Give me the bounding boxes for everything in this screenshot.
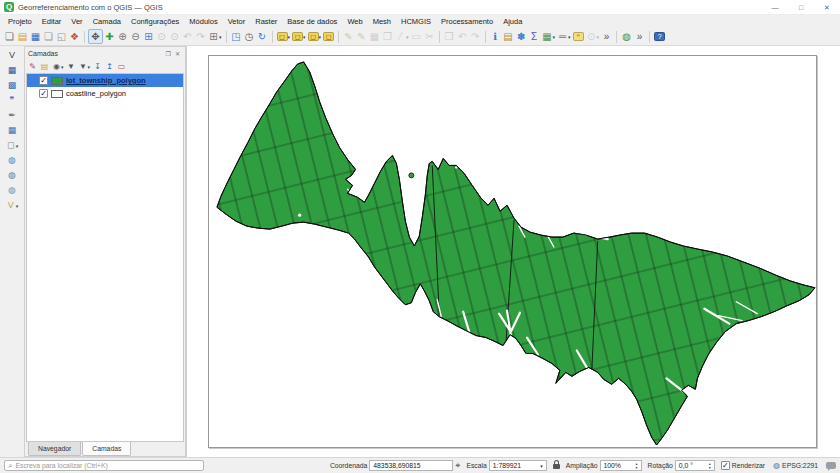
zoom-next-icon[interactable]: ↷ ▾: [194, 29, 207, 44]
layer-visibility-checkbox[interactable]: ✓: [39, 89, 48, 98]
map-themes-icon[interactable]: ◉ ▾: [51, 61, 65, 73]
rotation-spinbox[interactable]: 0,0 ° ▴▾: [675, 460, 715, 471]
extents-toggle-icon[interactable]: ⌖: [455, 460, 460, 471]
redo-icon[interactable]: ↷ ▾: [469, 29, 482, 44]
current-edits-icon[interactable]: ✎ ▾: [342, 29, 355, 44]
temporal-controller-icon[interactable]: ◷ ▾: [243, 29, 256, 44]
menu-base-de-dados[interactable]: Base de dados: [282, 17, 342, 26]
menu-ver[interactable]: Ver: [66, 17, 87, 26]
map-canvas[interactable]: [186, 46, 840, 457]
plugins-overflow-icon[interactable]: » ▾: [633, 29, 646, 44]
select-by-form-icon[interactable]: ◻ ▾: [322, 29, 335, 44]
coordinate-input[interactable]: 483538,690815: [369, 460, 453, 471]
render-checkbox[interactable]: ✓: [721, 461, 730, 470]
lock-scale-icon[interactable]: [553, 464, 560, 469]
add-raster-layer-icon[interactable]: ▦ ▾: [6, 64, 18, 77]
add-wfs-layer-icon[interactable]: ◍ ▾: [6, 169, 18, 182]
menu-camada[interactable]: Camada: [88, 17, 126, 26]
delete-selected-icon[interactable]: ▭ ▾: [410, 29, 423, 44]
menu-configuracoes[interactable]: Configurações: [126, 17, 184, 26]
zoom-last-icon[interactable]: ↶ ▾: [181, 29, 194, 44]
vertex-tool-icon[interactable]: ⁄ ▾: [394, 29, 410, 44]
measure-icon[interactable]: ═ ▾: [556, 29, 572, 44]
remove-layer-icon[interactable]: ▭ ▾: [116, 61, 127, 73]
maximize-button[interactable]: □: [788, 0, 814, 14]
attributes-dropdown-icon[interactable]: ▦ ▾: [541, 29, 557, 44]
add-layer-menu-icon[interactable]: ◻ ▾: [5, 139, 20, 152]
toolbar-overflow-icon[interactable]: » ▾: [600, 29, 613, 44]
new-3d-map-view-icon[interactable]: ◳ ▾: [230, 29, 243, 44]
cut-features-icon[interactable]: ✂ ▾: [423, 29, 436, 44]
zoom-to-layer-icon[interactable]: ⊙ ▾: [168, 29, 181, 44]
minimize-button[interactable]: —: [762, 0, 788, 14]
layout-manager-icon[interactable]: ◱ ▾: [55, 29, 68, 44]
rotation-spin-arrows[interactable]: ▴▾: [709, 462, 711, 469]
style-manager-icon[interactable]: ❖ ▾: [68, 29, 81, 44]
expand-all-icon[interactable]: ↧ ▾: [92, 61, 103, 73]
zoom-in-icon[interactable]: ⊕ ▾: [116, 29, 129, 44]
save-project-icon[interactable]: ▦ ▾: [29, 29, 42, 44]
menu-web[interactable]: Web: [342, 17, 367, 26]
zoom-out-icon[interactable]: ⊖ ▾: [129, 29, 142, 44]
menu-mesh[interactable]: Mesh: [368, 17, 396, 26]
add-wcs-layer-icon[interactable]: ◍ ▾: [6, 184, 18, 197]
deselect-all-icon[interactable]: ◻ ▾: [307, 29, 323, 44]
menu-modulos[interactable]: Módulos: [184, 17, 222, 26]
bookmarks-icon[interactable]: ⊙ ▾: [585, 29, 601, 44]
add-delimited-text-layer-icon[interactable]: ❞ ▾: [6, 94, 18, 107]
add-mesh-layer-icon[interactable]: ▩ ▾: [6, 79, 18, 92]
filter-legend-icon[interactable]: ▼ ▾: [66, 61, 77, 73]
select-features-icon[interactable]: ◻ ▾: [276, 29, 292, 44]
pan-map-icon[interactable]: ✥ ▾: [88, 29, 103, 44]
open-project-icon[interactable]: ▤ ▾: [16, 29, 29, 44]
zoom-to-selection-icon[interactable]: ⊙ ▾: [155, 29, 168, 44]
statistics-icon[interactable]: Σ ▾: [528, 29, 541, 44]
add-group-icon[interactable]: ▤ ▾: [39, 61, 50, 73]
zoom-full-icon[interactable]: ⊞ ▾: [142, 29, 155, 44]
attribute-table-icon[interactable]: ▤ ▾: [502, 29, 515, 44]
map-frame[interactable]: [208, 55, 817, 448]
quickmapservices-icon[interactable]: ◍ ▾: [620, 29, 633, 44]
magnifier-spinbox[interactable]: 100% ▴▾: [600, 460, 642, 471]
menu-processamento[interactable]: Processamento: [436, 17, 498, 26]
collapse-all-icon[interactable]: ↥ ▾: [104, 61, 115, 73]
menu-hcmgis[interactable]: HCMGIS: [396, 17, 436, 26]
close-button[interactable]: ✕: [814, 0, 840, 14]
menu-projeto[interactable]: Projeto: [3, 17, 37, 26]
layer-item-lot-township-polygon[interactable]: ✓ lot_township_polygon: [27, 74, 183, 87]
new-print-layout-icon[interactable]: ❏ ▾: [42, 29, 55, 44]
scale-combobox[interactable]: 1:789921 ▾: [489, 460, 547, 471]
layer-item-coastline-polygon[interactable]: ✓ coastline_polygon: [27, 87, 183, 100]
add-wms-layer-icon[interactable]: ◍ ▾: [6, 154, 18, 167]
menu-editar[interactable]: Editar: [37, 17, 67, 26]
paste-features-icon[interactable]: ❐ ▾: [443, 29, 456, 44]
crs-status[interactable]: EPSG:2291: [782, 462, 818, 469]
menu-ajuda[interactable]: Ajuda: [498, 17, 527, 26]
add-vector-layer-icon[interactable]: V ▾: [6, 49, 18, 62]
copy-features-icon[interactable]: ❐ ▾: [381, 29, 394, 44]
locator-search-input[interactable]: ⌕ Escreva para localizar (Ctrl+K): [4, 460, 204, 471]
new-map-view-icon[interactable]: ⊞ ▾: [207, 29, 223, 44]
add-spatialite-layer-icon[interactable]: ✒ ▾: [6, 109, 18, 122]
messages-icon[interactable]: [826, 462, 836, 469]
menu-vetor[interactable]: Vetor: [223, 17, 251, 26]
menu-raster[interactable]: Raster: [250, 17, 282, 26]
tab-navegador[interactable]: Navegador: [28, 442, 81, 456]
select-by-expression-icon[interactable]: ◻ ▾: [291, 29, 307, 44]
help-icon[interactable]: ? ▾: [653, 29, 666, 44]
pan-to-selection-icon[interactable]: ✚ ▾: [103, 29, 116, 44]
toggle-editing-icon[interactable]: ✎ ▾: [355, 29, 368, 44]
close-panel-icon[interactable]: ✕: [173, 50, 182, 57]
filter-expression-icon[interactable]: ▼ ▾: [78, 61, 92, 73]
add-virtual-layer-icon[interactable]: V ▾: [5, 199, 20, 212]
crs-globe-icon[interactable]: ◍: [773, 461, 780, 470]
float-panel-icon[interactable]: ❐: [164, 50, 173, 57]
magnifier-spin-arrows[interactable]: ▴▾: [636, 462, 638, 469]
new-project-icon[interactable]: ❏ ▾: [3, 29, 16, 44]
tab-camadas[interactable]: Camadas: [82, 442, 131, 456]
options-icon[interactable]: ✽ ▾: [515, 29, 528, 44]
add-postgis-layer-icon[interactable]: ▦ ▾: [6, 124, 18, 137]
scale-dropdown-icon[interactable]: ▾: [540, 463, 543, 469]
layer-styling-icon[interactable]: ✎ ▾: [27, 61, 38, 73]
save-edits-icon[interactable]: ▦ ▾: [368, 29, 381, 44]
